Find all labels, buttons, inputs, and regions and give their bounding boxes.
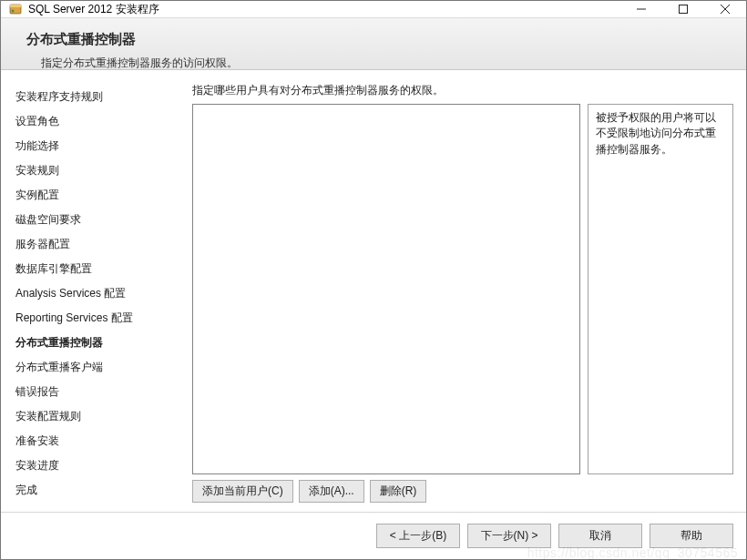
- permission-label: 指定哪些用户具有对分布式重播控制器服务的权限。: [192, 83, 733, 98]
- sidebar-item-db-engine[interactable]: 数据库引擎配置: [14, 257, 183, 281]
- window-controls: [620, 1, 746, 17]
- sidebar-item-complete[interactable]: 完成: [14, 478, 183, 503]
- svg-point-2: [12, 10, 15, 13]
- sidebar-item-instance-config[interactable]: 实例配置: [14, 183, 183, 208]
- next-button[interactable]: 下一步(N) >: [467, 524, 551, 548]
- sidebar-item-progress[interactable]: 安装进度: [14, 453, 183, 478]
- page-title: 分布式重播控制器: [26, 31, 730, 48]
- sidebar-item-error-report[interactable]: 错误报告: [14, 380, 183, 404]
- sidebar-item-install-rules[interactable]: 安装规则: [14, 158, 183, 183]
- maximize-button[interactable]: [662, 1, 704, 17]
- svg-rect-4: [680, 5, 688, 14]
- sidebar: 安装程序支持规则 设置角色 功能选择 安装规则 实例配置 磁盘空间要求 服务器配…: [14, 83, 183, 503]
- titlebar-title: SQL Server 2012 安装程序: [28, 2, 620, 17]
- sidebar-item-distributed-replay-controller[interactable]: 分布式重播控制器: [14, 331, 183, 355]
- back-button[interactable]: < 上一步(B): [376, 524, 460, 548]
- user-listbox[interactable]: [192, 104, 580, 474]
- cancel-button[interactable]: 取消: [558, 524, 642, 548]
- user-buttons: 添加当前用户(C) 添加(A)... 删除(R): [192, 480, 733, 503]
- wizard-footer: < 上一步(B) 下一步(N) > 取消 帮助: [1, 512, 746, 559]
- sidebar-item-analysis-services[interactable]: Analysis Services 配置: [14, 281, 183, 306]
- close-button[interactable]: [704, 1, 746, 17]
- sidebar-item-feature-select[interactable]: 功能选择: [14, 134, 183, 158]
- permission-hint: 被授予权限的用户将可以不受限制地访问分布式重播控制器服务。: [588, 104, 733, 474]
- remove-user-button[interactable]: 删除(R): [370, 480, 427, 503]
- add-current-user-button[interactable]: 添加当前用户(C): [192, 480, 293, 503]
- help-button[interactable]: 帮助: [650, 524, 733, 548]
- svg-rect-1: [10, 5, 21, 7]
- sidebar-item-disk-space[interactable]: 磁盘空间要求: [14, 208, 183, 232]
- sidebar-item-server-config[interactable]: 服务器配置: [14, 232, 183, 257]
- titlebar: SQL Server 2012 安装程序: [1, 1, 746, 18]
- sidebar-item-support-rules[interactable]: 安装程序支持规则: [14, 85, 183, 109]
- sidebar-item-ready-install[interactable]: 准备安装: [14, 429, 183, 453]
- page-subtitle: 指定分布式重播控制器服务的访问权限。: [26, 56, 730, 70]
- add-user-button[interactable]: 添加(A)...: [299, 480, 364, 503]
- page-header: 分布式重播控制器 指定分布式重播控制器服务的访问权限。: [1, 18, 746, 70]
- body: 安装程序支持规则 设置角色 功能选择 安装规则 实例配置 磁盘空间要求 服务器配…: [1, 70, 746, 512]
- sidebar-item-setup-role[interactable]: 设置角色: [14, 109, 183, 134]
- sidebar-item-install-config-rules[interactable]: 安装配置规则: [14, 404, 183, 429]
- installer-window: SQL Server 2012 安装程序 分布式重播控制器 指定分布式重播控制器…: [0, 0, 747, 560]
- main-panel: 指定哪些用户具有对分布式重播控制器服务的权限。 被授予权限的用户将可以不受限制地…: [192, 83, 733, 503]
- minimize-button[interactable]: [620, 1, 662, 17]
- sidebar-item-distributed-replay-client[interactable]: 分布式重播客户端: [14, 355, 183, 380]
- app-icon: [8, 2, 23, 16]
- main-row: 被授予权限的用户将可以不受限制地访问分布式重播控制器服务。: [192, 104, 733, 474]
- sidebar-item-reporting-services[interactable]: Reporting Services 配置: [14, 306, 183, 331]
